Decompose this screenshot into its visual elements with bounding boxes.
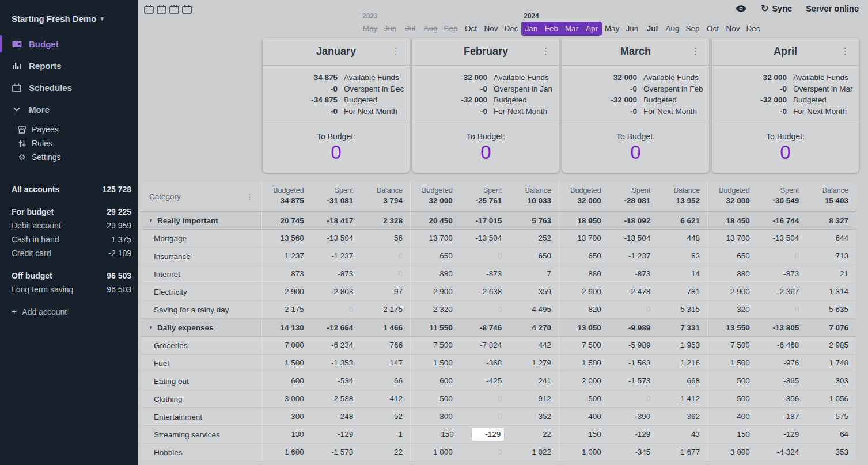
balance-cell[interactable]: 7 076 (806, 319, 856, 336)
budgeted-cell[interactable]: 880 (559, 265, 609, 283)
header-spent-cell[interactable]: Spent-31 081 (312, 182, 361, 211)
budgeted-cell[interactable]: 2 000 (559, 372, 609, 390)
balance-cell[interactable]: 5 315 (658, 301, 707, 318)
balance-cell[interactable]: 63 (658, 247, 707, 265)
account-long-term-saving[interactable]: Long term saving 96 503 (0, 283, 138, 296)
spent-cell[interactable]: -248 (312, 408, 361, 425)
budgeted-cell[interactable]: 150 (708, 426, 757, 443)
timeline-month-dec-19[interactable]: Dec (743, 22, 763, 36)
category-menu-icon[interactable]: ⋮ (245, 192, 253, 201)
sidebar-item-schedules[interactable]: Schedules (0, 77, 138, 98)
timeline-month-apr-11[interactable]: Apr (582, 22, 602, 36)
balance-cell[interactable]: 1 216 (658, 355, 707, 372)
two-months-view-icon[interactable] (157, 5, 166, 14)
budgeted-cell[interactable]: 2 320 (411, 301, 460, 318)
budgeted-cell[interactable]: 7 500 (708, 337, 757, 354)
budgeted-cell[interactable]: 500 (411, 390, 460, 407)
balance-cell[interactable]: 2 328 (361, 212, 410, 229)
balance-cell[interactable]: 713 (806, 247, 856, 265)
to-budget-value[interactable]: 0 (263, 142, 410, 163)
spent-cell[interactable]: 0 (460, 301, 510, 318)
header-spent-cell[interactable]: Spent-30 549 (757, 182, 807, 211)
budgeted-cell[interactable]: 18 450 (708, 212, 757, 229)
balance-cell[interactable]: 448 (658, 230, 707, 247)
three-months-view-icon[interactable] (169, 5, 179, 14)
spent-cell[interactable]: -13 805 (757, 319, 807, 336)
balance-cell[interactable]: 1 314 (806, 283, 856, 300)
spent-cell[interactable]: -1 573 (609, 372, 658, 390)
timeline-month-aug-3[interactable]: Aug (420, 22, 441, 36)
timeline-month-sep-4[interactable]: Sep (441, 22, 461, 36)
one-month-view-icon[interactable] (144, 5, 154, 14)
spent-cell[interactable]: -18 092 (609, 212, 658, 229)
category-name-cell[interactable]: Internet (141, 265, 261, 283)
budgeted-cell[interactable]: 320 (708, 301, 757, 318)
server-status-button[interactable]: Server online (806, 4, 859, 13)
category-name-cell[interactable]: Fuel (141, 355, 261, 372)
budgeted-cell[interactable]: 650 (708, 247, 757, 265)
budgeted-cell[interactable]: 873 (262, 265, 312, 283)
sidebar-item-rules[interactable]: Rules (0, 136, 138, 150)
timeline-month-dec-7[interactable]: Dec (501, 22, 521, 36)
balance-cell[interactable]: 21 (806, 265, 856, 283)
budgeted-cell[interactable]: 1 600 (262, 444, 312, 461)
budgeted-cell[interactable]: 2 175 (262, 301, 312, 318)
budgeted-cell[interactable]: 20 745 (262, 212, 312, 229)
balance-cell[interactable]: 0 (361, 265, 410, 283)
budgeted-cell[interactable]: 13 050 (559, 319, 609, 336)
spent-cell[interactable]: -1 563 (609, 355, 658, 372)
spent-cell[interactable]: -16 744 (757, 212, 807, 229)
sidebar-item-budget[interactable]: Budget (0, 33, 138, 55)
timeline-month-jun-13[interactable]: Jun (622, 22, 642, 36)
balance-cell[interactable]: 8 327 (806, 212, 856, 229)
spent-cell[interactable]: -1 578 (312, 444, 361, 461)
balance-cell[interactable]: 7 331 (658, 319, 707, 336)
group-name-cell[interactable]: ▼Daily expenses (141, 319, 261, 336)
budgeted-cell[interactable]: 600 (262, 372, 312, 390)
to-budget-value[interactable]: 0 (562, 142, 709, 163)
balance-cell[interactable]: 1 022 (509, 444, 559, 461)
budget-file-selector[interactable]: Starting Fresh Demo ▾ (12, 14, 138, 24)
budgeted-cell[interactable]: 500 (559, 390, 609, 407)
month-menu-icon[interactable]: ⋮ (541, 46, 550, 56)
balance-cell[interactable]: 442 (509, 337, 559, 354)
account-all-accounts[interactable]: All accounts 125 728 (0, 182, 138, 196)
collapse-triangle-icon[interactable]: ▼ (149, 218, 153, 223)
balance-cell[interactable]: 97 (361, 283, 410, 300)
category-name-cell[interactable]: Clothing (141, 390, 261, 407)
spent-cell[interactable]: 0 (460, 247, 510, 265)
spent-cell[interactable]: -13 504 (312, 230, 361, 247)
spent-cell[interactable]: -873 (609, 265, 658, 283)
balance-cell[interactable]: 7 (509, 265, 559, 283)
timeline-month-oct-5[interactable]: Oct (461, 22, 481, 36)
month-menu-icon[interactable]: ⋮ (392, 46, 400, 56)
budgeted-cell[interactable]: 150 (411, 426, 461, 443)
balance-cell[interactable]: 353 (806, 444, 856, 461)
budgeted-cell[interactable]: 1 500 (262, 355, 312, 372)
balance-cell[interactable]: 1 466 (361, 319, 410, 336)
privacy-eye-button[interactable] (735, 5, 747, 13)
header-budgeted-cell[interactable]: Budgeted32 000 (411, 182, 460, 211)
header-balance-cell[interactable]: Balance13 952 (658, 182, 707, 211)
header-balance-cell[interactable]: Balance15 403 (806, 182, 856, 211)
header-budgeted-cell[interactable]: Budgeted32 000 (559, 182, 609, 211)
balance-cell[interactable]: 22 (508, 426, 559, 443)
category-name-cell[interactable]: Hobbies (141, 444, 261, 461)
sync-button[interactable]: ↻ Sync (761, 4, 792, 13)
budgeted-cell[interactable]: 13 700 (708, 230, 757, 247)
spent-cell[interactable]: -12 664 (312, 319, 361, 336)
timeline-month-jul-14[interactable]: Jul (642, 22, 662, 36)
timeline-month-oct-17[interactable]: Oct (703, 22, 723, 36)
timeline-month-jun-1[interactable]: Jun (380, 22, 400, 36)
timeline-month-sep-16[interactable]: Sep (683, 22, 703, 36)
balance-cell[interactable]: 412 (361, 390, 410, 407)
balance-cell[interactable]: 362 (658, 408, 707, 425)
header-balance-cell[interactable]: Balance3 794 (361, 182, 410, 211)
category-name-cell[interactable]: Eating out (141, 372, 261, 390)
spent-cell[interactable]: 0 (460, 408, 510, 425)
timeline-month-may-12[interactable]: May (602, 22, 622, 36)
balance-cell[interactable]: 644 (806, 230, 856, 247)
balance-cell[interactable]: 5 763 (509, 212, 559, 229)
budgeted-cell[interactable]: 300 (262, 408, 312, 425)
spent-cell[interactable]: -6 468 (757, 337, 807, 354)
